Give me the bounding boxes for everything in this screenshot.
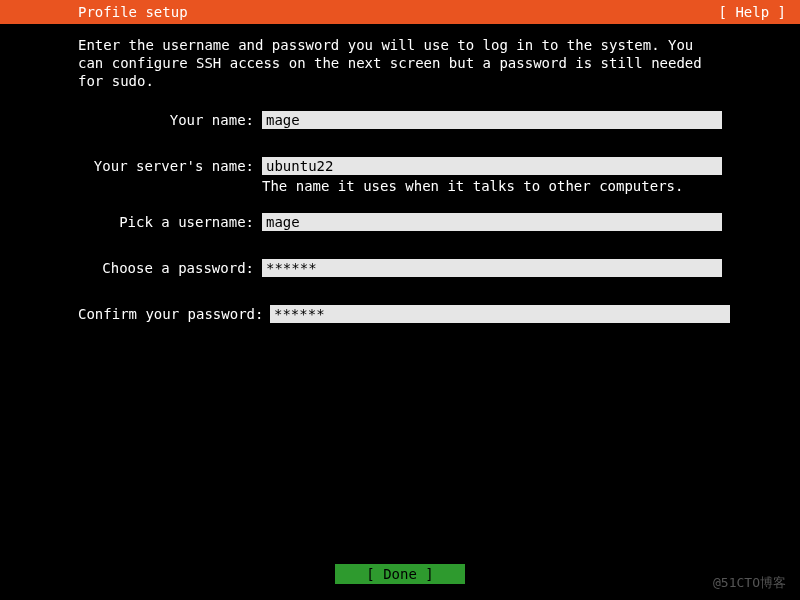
description-text: Enter the username and password you will…: [78, 36, 722, 91]
help-button[interactable]: [ Help ]: [719, 4, 786, 20]
footer-bar: [ Done ]: [0, 564, 800, 584]
row-username: Pick a username: mage: [78, 213, 722, 231]
label-password: Choose a password:: [78, 259, 262, 277]
done-button[interactable]: [ Done ]: [335, 564, 465, 584]
row-password: Choose a password: ******: [78, 259, 722, 277]
input-server-name[interactable]: ubuntu22: [262, 157, 722, 175]
label-your-name: Your name:: [78, 111, 262, 129]
watermark: @51CTO博客: [713, 574, 786, 592]
input-password[interactable]: ******: [262, 259, 722, 277]
page-title: Profile setup: [78, 4, 188, 20]
label-username: Pick a username:: [78, 213, 262, 231]
label-confirm-password: Confirm your password:: [78, 305, 270, 323]
input-your-name[interactable]: mage: [262, 111, 722, 129]
content-area: Enter the username and password you will…: [0, 24, 800, 323]
input-confirm-password[interactable]: ******: [270, 305, 730, 323]
header-bar: Profile setup [ Help ]: [0, 0, 800, 24]
row-your-name: Your name: mage: [78, 111, 722, 129]
row-confirm-password: Confirm your password: ******: [78, 305, 722, 323]
input-username[interactable]: mage: [262, 213, 722, 231]
hint-server-name: The name it uses when it talks to other …: [262, 177, 722, 195]
row-server-name: Your server's name: ubuntu22 The name it…: [78, 157, 722, 195]
label-server-name: Your server's name:: [78, 157, 262, 175]
